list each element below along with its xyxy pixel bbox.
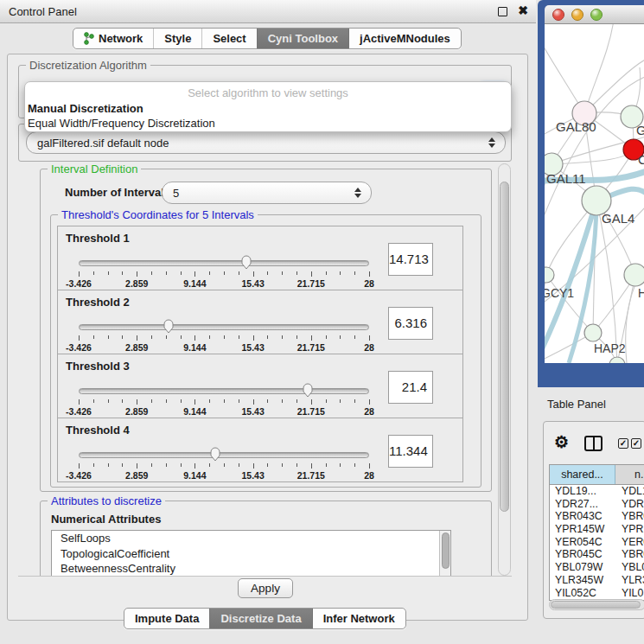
tab-select[interactable]: Select [201, 29, 256, 48]
table-row[interactable]: YLR345WYLR3 [550, 574, 644, 587]
tab-infer-network[interactable]: Infer Network [312, 609, 405, 628]
algorithm-option-equal-width-frequency-discretization[interactable]: Equal Width/Frequency Discretization [25, 116, 511, 131]
minor-tick [239, 335, 239, 339]
network-edge[interactable] [552, 150, 634, 164]
slider-track[interactable] [79, 260, 369, 266]
scrollbar-thumb[interactable] [551, 601, 641, 609]
tick-label: 15.43 [241, 406, 264, 417]
attribute-item-betweennesscentrality[interactable]: BetweennessCentrality [52, 561, 450, 576]
numerical-attributes-list[interactable]: SelfLoopsTopologicalCoefficientBetweenne… [51, 530, 451, 576]
checkbox-icon[interactable]: ✓ [618, 438, 628, 449]
settings-scroll-area: Interval Definition Number of Intervals … [18, 163, 502, 576]
split-table-icon[interactable] [584, 436, 603, 451]
hap2-node[interactable] [584, 324, 602, 341]
slider-track[interactable] [79, 388, 369, 394]
network-canvas[interactable]: GAL80GCGAL11GAL4GCY1HHAP2 [545, 24, 644, 363]
tab-jactivemnodules[interactable]: jActiveMNodules [348, 29, 461, 48]
major-tick [137, 399, 137, 405]
number-of-intervals-combobox[interactable]: 5 [162, 182, 372, 204]
tick-label: 9.144 [183, 470, 206, 481]
minor-tick [93, 399, 94, 403]
zoom-traffic-light-icon[interactable] [590, 9, 603, 21]
scrollbar-thumb[interactable] [500, 182, 509, 512]
checkbox-icon[interactable]: ✓ [631, 438, 641, 449]
minor-tick [93, 463, 94, 467]
attribute-item-topologicalcoefficient[interactable]: TopologicalCoefficient [52, 546, 450, 562]
minor-tick [267, 271, 268, 275]
cell-shared-name: YIL052C [550, 587, 615, 600]
slider-thumb[interactable] [302, 382, 314, 398]
group-title-attributes: Attributes to discretize [48, 494, 165, 507]
table-row[interactable]: YDL19...YDL1 [550, 485, 644, 498]
threshold-value-field[interactable]: 6.316 [388, 307, 433, 340]
table-row[interactable]: YBL079WYBL0 [550, 561, 644, 574]
minor-tick [122, 399, 123, 403]
attributes-list-scrollbar[interactable] [439, 531, 450, 576]
table-row[interactable]: YBR043CYBR0 [550, 510, 644, 523]
node-label-gal4: GAL4 [602, 211, 634, 226]
minor-tick [224, 399, 225, 403]
attribute-item-selfloops[interactable]: SelfLoops [52, 531, 450, 546]
apply-button[interactable]: Apply [238, 578, 293, 598]
minor-tick [354, 335, 355, 339]
minimize-traffic-light-icon[interactable] [571, 9, 583, 21]
node-label-gal11: GAL11 [546, 171, 586, 186]
minor-tick [108, 335, 109, 339]
minor-tick [181, 335, 182, 339]
table-panel-title: Table Panel [547, 398, 606, 411]
float-window-icon[interactable] [498, 7, 507, 16]
minor-tick [296, 335, 297, 339]
threshold-value-field[interactable]: 11.344 [388, 435, 433, 468]
tick-label: 28 [364, 406, 374, 417]
slider-thumb[interactable] [209, 446, 221, 462]
table-row[interactable]: YER054CYER0 [550, 536, 644, 549]
table-row[interactable]: YIL052CYIL0 [550, 587, 644, 600]
threshold-value-field[interactable]: 21.4 [388, 371, 433, 404]
table-row[interactable]: YBR045CYBR0 [550, 548, 644, 561]
group-title-discretization-algorithm: Discretization Algorithm [26, 59, 150, 72]
table-row[interactable]: YPR145WYPR1 [550, 523, 644, 536]
algorithm-option-manual-discretization[interactable]: Manual Discretization [25, 101, 511, 116]
major-tick [79, 463, 80, 469]
minor-tick [326, 271, 327, 275]
slider-track[interactable] [79, 452, 369, 458]
network-window-titlebar[interactable] [545, 5, 644, 24]
minor-tick [267, 399, 268, 403]
close-icon[interactable]: ✖ [518, 3, 528, 17]
gcy1-node[interactable] [545, 267, 554, 283]
number-of-intervals-label: Number of Intervals [65, 186, 170, 199]
minor-tick [122, 335, 123, 339]
tab-discretize-data[interactable]: Discretize Data [209, 609, 311, 628]
bottom-node[interactable] [609, 357, 625, 363]
slider-track[interactable] [79, 324, 369, 330]
network-view-window: GAL80GCGAL11GAL4GCY1HHAP2 [538, 0, 644, 387]
tick-label: 9.144 [183, 342, 206, 353]
slider-thumb[interactable] [240, 254, 252, 270]
settings-gear-icon[interactable]: ⚙ [554, 432, 569, 452]
tab-impute-data[interactable]: Impute Data [124, 609, 209, 628]
network-edge[interactable] [584, 24, 614, 113]
table-row[interactable]: YDR27...YDR2 [550, 498, 644, 511]
tick-label: 21.715 [297, 470, 325, 481]
threshold-value-field[interactable]: 14.713 [388, 243, 433, 276]
major-tick [253, 335, 254, 341]
h-node[interactable] [624, 264, 644, 286]
column-header-shared[interactable]: shared... [550, 465, 615, 484]
close-traffic-light-icon[interactable] [552, 9, 564, 21]
network-edge[interactable] [545, 33, 584, 113]
tick-label: 15.43 [241, 342, 264, 353]
scrollbar-thumb[interactable] [442, 532, 450, 569]
tab-label: Network [99, 32, 143, 45]
column-header-name[interactable]: n... [615, 465, 644, 484]
tab-cyni-toolbox[interactable]: Cyni Toolbox [257, 29, 348, 48]
panel-vertical-scrollbar[interactable] [498, 163, 511, 576]
slider-thumb[interactable] [163, 318, 175, 334]
major-tick [79, 271, 80, 277]
tick-label: 28 [364, 470, 374, 481]
tab-network[interactable]: Network [73, 29, 153, 48]
minor-tick [166, 335, 167, 339]
table-data-combobox[interactable]: galFiltered.sif default node [26, 131, 506, 154]
tab-style[interactable]: Style [153, 29, 201, 48]
interval-definition-group: Interval Definition Number of Intervals … [40, 169, 492, 492]
table-horizontal-scrollbar[interactable] [549, 599, 644, 610]
